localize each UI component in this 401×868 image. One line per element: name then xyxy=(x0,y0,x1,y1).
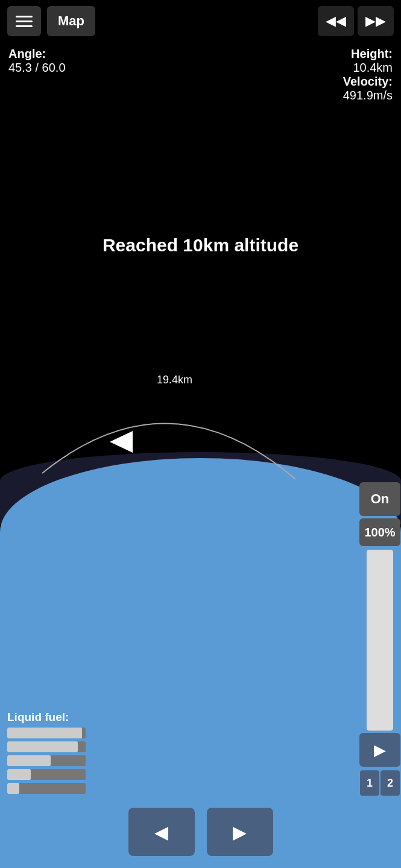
fuel-bar-3 xyxy=(7,755,86,766)
on-button[interactable]: On xyxy=(359,482,400,516)
fuel-panel: Liquid fuel: xyxy=(7,711,86,797)
throttle-track[interactable] xyxy=(367,550,393,731)
height-value: 10.4km xyxy=(343,61,393,75)
angle-label: Angle: xyxy=(8,47,66,61)
angle-value: 45.3 / 60.0 xyxy=(8,61,66,75)
velocity-value: 491.9m/s xyxy=(343,89,393,102)
fuel-bar-5 xyxy=(7,783,86,794)
fuel-bar-2 xyxy=(7,741,86,752)
bottom-rewind-button[interactable]: ◀ xyxy=(128,808,195,856)
fastforward-button[interactable]: ▶▶ xyxy=(358,6,394,36)
height-label: Height: xyxy=(343,47,393,61)
num2-button[interactable]: 2 xyxy=(380,770,400,796)
achievement-text: Reached 10km altitude xyxy=(0,235,401,256)
rocket-icon xyxy=(110,431,133,453)
fuel-label: Liquid fuel: xyxy=(7,711,86,724)
toolbar: Map ◀◀ ▶▶ xyxy=(0,0,401,42)
fuel-bar-1 xyxy=(7,728,86,738)
menu-button[interactable] xyxy=(7,6,41,36)
rewind-button[interactable]: ◀◀ xyxy=(318,6,354,36)
stats-right: Height: 10.4km Velocity: 491.9m/s xyxy=(343,47,393,102)
throttle-fill xyxy=(367,550,393,731)
play-button-right[interactable]: ▶ xyxy=(359,733,400,767)
bottom-play-button[interactable]: ▶ xyxy=(207,808,273,856)
num1-button[interactable]: 1 xyxy=(360,770,379,796)
velocity-label: Velocity: xyxy=(343,75,393,89)
stats-left: Angle: 45.3 / 60.0 xyxy=(8,47,66,75)
throttle-percent: 100% xyxy=(359,518,400,546)
distance-label: 19.4km xyxy=(157,374,192,386)
fuel-bar-4 xyxy=(7,769,86,780)
map-button[interactable]: Map xyxy=(47,6,95,36)
bottom-controls: ◀ ▶ xyxy=(0,808,401,856)
right-controls: On 100% ▶ 1 2 xyxy=(359,482,401,796)
